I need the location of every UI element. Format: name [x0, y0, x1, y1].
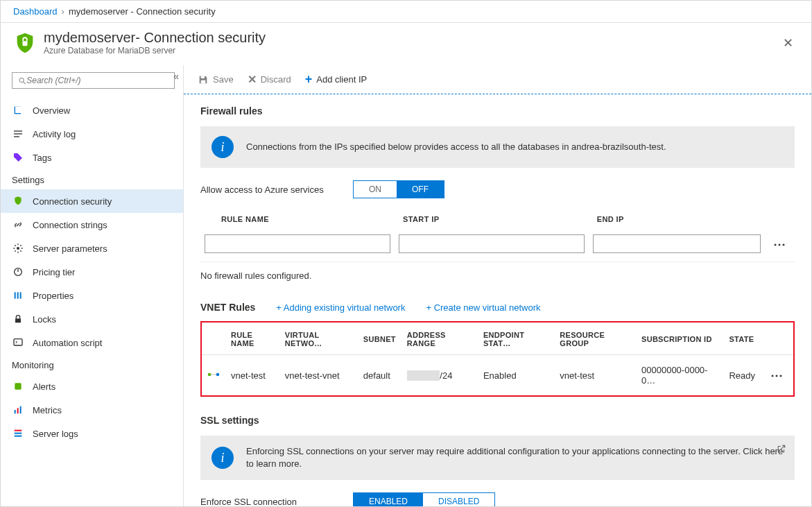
- svg-rect-13: [14, 339, 22, 345]
- close-button[interactable]: ✕: [777, 33, 799, 53]
- sidebar-item-connection-security[interactable]: Connection security: [1, 189, 183, 213]
- svg-rect-9: [15, 292, 16, 298]
- ssl-disabled-option[interactable]: DISABLED: [423, 493, 494, 507]
- vnet-icon: [207, 370, 220, 379]
- end-ip-input[interactable]: [593, 234, 761, 253]
- breadcrumb-root[interactable]: Dashboard: [13, 6, 58, 17]
- sidebar-section-monitoring: Monitoring: [1, 354, 183, 375]
- search-box[interactable]: [12, 72, 175, 89]
- sidebar-item-label: Pricing tier: [33, 267, 75, 277]
- properties-icon: [12, 289, 24, 302]
- firewall-info-text: Connections from the IPs specified below…: [246, 141, 666, 153]
- sidebar-item-tags[interactable]: Tags: [1, 146, 183, 169]
- info-icon: i: [211, 447, 234, 469]
- toolbar-label: Discard: [261, 74, 291, 85]
- sidebar-item-activity-log[interactable]: Activity log: [1, 122, 183, 146]
- vnet-cell-subnet: default: [358, 355, 401, 396]
- discard-icon: ✕: [248, 73, 257, 86]
- toggle-off-option[interactable]: OFF: [397, 181, 444, 198]
- vnet-title: VNET Rules: [200, 302, 255, 313]
- discard-button[interactable]: ✕Discard: [248, 73, 291, 86]
- collapse-sidebar-icon[interactable]: «: [173, 71, 179, 82]
- sidebar-item-overview[interactable]: Overview: [1, 98, 183, 122]
- firewall-input-row: ⋯: [200, 230, 795, 257]
- azure-access-row: Allow access to Azure services ON OFF: [200, 168, 795, 208]
- sidebar-item-server-logs[interactable]: Server logs: [1, 422, 183, 445]
- breadcrumb-sep-icon: ›: [62, 6, 64, 17]
- svg-rect-16: [17, 408, 19, 413]
- sidebar-item-metrics[interactable]: Metrics: [1, 398, 183, 422]
- svg-rect-15: [15, 410, 16, 413]
- ssl-enabled-option[interactable]: ENABLED: [354, 493, 423, 507]
- sidebar-section-settings: Settings: [1, 169, 183, 189]
- pricing-icon: [12, 266, 24, 278]
- sidebar-item-label: Server parameters: [33, 243, 107, 254]
- svg-rect-11: [20, 292, 21, 298]
- info-icon: i: [211, 136, 234, 158]
- vnet-col-rule: RULE NAME: [225, 323, 279, 355]
- sidebar-item-server-parameters[interactable]: Server parameters: [1, 237, 183, 260]
- firewall-title: Firewall rules: [200, 105, 795, 117]
- vnet-row-more-button[interactable]: ⋯: [766, 368, 788, 382]
- breadcrumb: Dashboard › mydemoserver - Connection se…: [1, 1, 811, 23]
- svg-rect-0: [22, 41, 27, 46]
- add-client-ip-button[interactable]: +Add client IP: [305, 72, 368, 87]
- toolbar: Save ✕Discard +Add client IP: [184, 65, 811, 94]
- page-header: mydemoserver- Connection security Azure …: [1, 23, 811, 65]
- sidebar-item-pricing-tier[interactable]: Pricing tier: [1, 260, 183, 284]
- azure-access-label: Allow access to Azure services: [200, 184, 353, 195]
- svg-rect-21: [201, 76, 205, 78]
- breadcrumb-current: mydemoserver - Connection security: [69, 6, 216, 17]
- vnet-row[interactable]: vnet-test vnet-test-vnet default xxx/24 …: [202, 355, 793, 396]
- svg-rect-17: [20, 406, 21, 414]
- enforce-ssl-toggle[interactable]: ENABLED DISABLED: [353, 492, 495, 507]
- vnet-cell-range: xxx/24: [401, 355, 478, 396]
- enforce-ssl-label: Enforce SSL connection: [200, 497, 353, 507]
- fw-col-rule: RULE NAME: [200, 208, 395, 230]
- sidebar-item-automation-script[interactable]: Automation script: [1, 331, 183, 354]
- save-icon: [198, 74, 209, 85]
- search-input[interactable]: [26, 76, 169, 85]
- sidebar-item-label: Metrics: [33, 405, 62, 415]
- sidebar-item-properties[interactable]: Properties: [1, 284, 183, 307]
- logs-icon: [12, 427, 24, 440]
- lock-icon: [12, 313, 24, 325]
- sidebar-item-label: Locks: [33, 314, 56, 325]
- vnet-cell-vnet: vnet-test-vnet: [279, 355, 358, 396]
- sidebar-item-label: Connection strings: [33, 220, 107, 230]
- rule-name-input[interactable]: [205, 234, 390, 253]
- svg-rect-18: [15, 430, 22, 431]
- start-ip-input[interactable]: [399, 234, 585, 253]
- sidebar-item-label: Connection security: [33, 196, 112, 207]
- vnet-cell-state: Ready: [723, 355, 761, 396]
- gear-icon: [12, 242, 24, 255]
- svg-rect-10: [17, 292, 19, 298]
- svg-rect-3: [14, 130, 22, 131]
- row-more-button[interactable]: ⋯: [769, 237, 791, 251]
- vnet-col-endpoint: ENDPOINT STAT…: [478, 323, 554, 355]
- content-area: Save ✕Discard +Add client IP Firewall ru…: [184, 65, 811, 507]
- add-existing-vnet-link[interactable]: + Adding existing virtual network: [276, 302, 405, 313]
- vnet-cell-endpoint: Enabled: [478, 355, 554, 396]
- sidebar-item-label: Server logs: [33, 429, 78, 439]
- vnet-cell-rg: vnet-test: [554, 355, 636, 396]
- vnet-table: RULE NAME VIRTUAL NETWO… SUBNET ADDRESS …: [202, 323, 793, 395]
- alert-icon: [12, 380, 24, 393]
- sidebar-item-label: Properties: [33, 291, 74, 301]
- sidebar-item-alerts[interactable]: Alerts: [1, 375, 183, 398]
- sidebar-item-connection-strings[interactable]: Connection strings: [1, 213, 183, 237]
- vnet-col-rg: RESOURCE GROUP: [554, 323, 636, 355]
- vnet-section: VNET Rules + Adding existing virtual net…: [184, 291, 811, 404]
- save-button[interactable]: Save: [198, 74, 234, 85]
- sidebar-item-locks[interactable]: Locks: [1, 307, 183, 331]
- external-link-icon: [777, 444, 786, 454]
- azure-access-toggle[interactable]: ON OFF: [353, 180, 444, 198]
- ssl-info-bar[interactable]: i Enforcing SSL connections on your serv…: [200, 436, 795, 480]
- toolbar-label: Save: [213, 74, 234, 85]
- metrics-icon: [12, 404, 24, 416]
- ssl-section: SSL settings i Enforcing SSL connections…: [184, 404, 811, 507]
- search-icon: [18, 76, 26, 85]
- toggle-on-option[interactable]: ON: [354, 181, 397, 198]
- create-new-vnet-link[interactable]: + Create new virtual network: [426, 302, 540, 313]
- vnet-col-range: ADDRESS RANGE: [401, 323, 478, 355]
